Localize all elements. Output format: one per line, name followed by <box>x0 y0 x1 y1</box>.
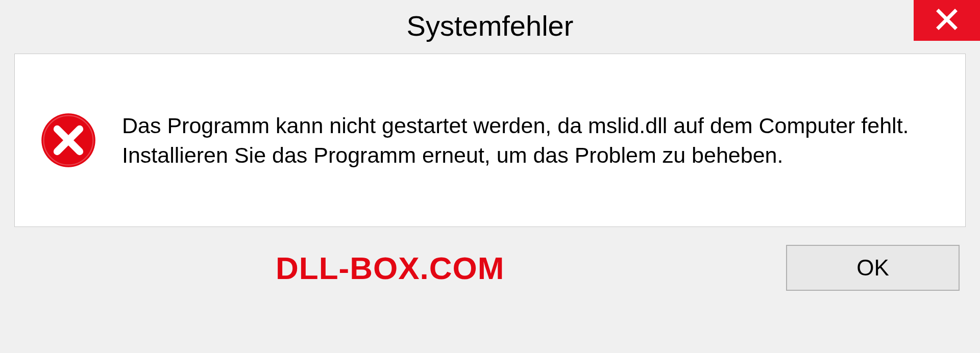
ok-button[interactable]: OK <box>786 245 960 291</box>
error-icon <box>40 112 96 168</box>
content-panel: Das Programm kann nicht gestartet werden… <box>14 54 966 227</box>
close-icon <box>935 7 959 34</box>
error-icon-wrap <box>40 112 96 168</box>
error-dialog: Systemfehler Das Programm kann nicht ges… <box>0 0 980 353</box>
watermark-text: DLL-BOX.COM <box>276 250 504 286</box>
title-bar: Systemfehler <box>0 0 980 46</box>
dialog-title: Systemfehler <box>407 9 574 42</box>
error-message: Das Programm kann nicht gestartet werden… <box>122 111 940 170</box>
close-button[interactable] <box>914 0 980 41</box>
footer-bar: DLL-BOX.COM OK <box>0 227 980 306</box>
